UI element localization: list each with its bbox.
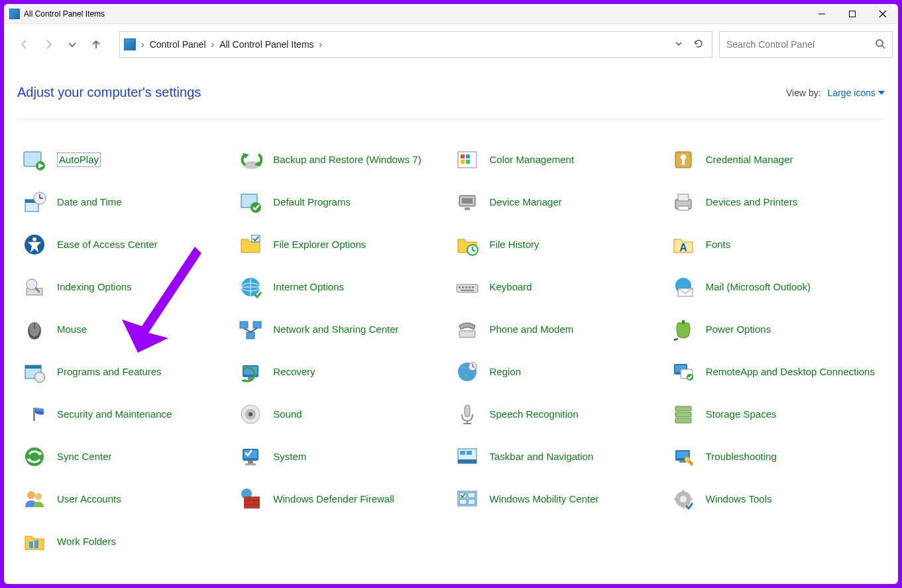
svg-line-59 bbox=[251, 328, 257, 332]
svg-rect-99 bbox=[467, 451, 472, 455]
svg-point-82 bbox=[249, 412, 253, 416]
control-panel-item[interactable]: Taskbar and Navigation bbox=[454, 440, 665, 473]
view-by-dropdown[interactable]: Large icons bbox=[828, 88, 885, 98]
control-panel-item[interactable]: Credential Manager bbox=[670, 143, 881, 176]
svg-point-104 bbox=[27, 491, 35, 499]
control-panel-item[interactable]: Storage Spaces bbox=[670, 398, 881, 431]
control-panel-item[interactable]: Speech Recognition bbox=[454, 398, 665, 431]
control-panel-item[interactable]: Sound bbox=[237, 398, 448, 431]
forward-button[interactable] bbox=[40, 36, 57, 53]
speech-icon bbox=[454, 401, 480, 428]
tools-icon bbox=[670, 486, 697, 512]
back-button[interactable] bbox=[16, 36, 33, 53]
maximize-button[interactable] bbox=[837, 4, 868, 23]
control-panel-item[interactable]: Recovery bbox=[237, 355, 448, 388]
address-bar[interactable]: › Control Panel › All Control Panel Item… bbox=[119, 31, 712, 58]
item-label: AutoPlay bbox=[57, 152, 101, 168]
control-panel-item[interactable]: Work Folders bbox=[21, 525, 232, 558]
item-label: Recovery bbox=[273, 366, 315, 379]
control-panel-item[interactable]: Backup and Restore (Windows 7) bbox=[237, 143, 448, 176]
firewall-icon bbox=[237, 486, 264, 512]
search-placeholder: Search Control Panel bbox=[726, 39, 875, 50]
minimize-button[interactable] bbox=[807, 4, 837, 23]
keyboard-icon bbox=[454, 274, 480, 300]
taskbar-icon bbox=[454, 443, 480, 470]
item-label: Date and Time bbox=[57, 196, 122, 209]
control-panel-item[interactable]: Device Manager bbox=[454, 186, 665, 219]
recent-locations-button[interactable] bbox=[64, 36, 81, 53]
control-panel-item[interactable]: Color Management bbox=[454, 143, 665, 176]
control-panel-item[interactable]: Troubleshooting bbox=[670, 440, 881, 473]
control-panel-item[interactable]: Devices and Printers bbox=[670, 186, 881, 219]
internet-icon bbox=[237, 274, 264, 300]
svg-rect-35 bbox=[252, 235, 260, 242]
control-panel-item[interactable]: Mouse bbox=[21, 313, 232, 346]
users-icon bbox=[21, 486, 48, 512]
svg-point-34 bbox=[32, 237, 36, 241]
breadcrumb-root[interactable]: Control Panel bbox=[147, 39, 209, 50]
control-panel-item[interactable]: AFonts bbox=[670, 228, 881, 261]
control-panel-item[interactable]: Keyboard bbox=[454, 270, 665, 304]
item-label: User Accounts bbox=[57, 493, 121, 506]
chevron-right-icon: › bbox=[317, 39, 325, 50]
autoplay-icon bbox=[21, 147, 48, 173]
close-button[interactable] bbox=[868, 4, 898, 23]
item-label: Windows Defender Firewall bbox=[273, 493, 394, 506]
control-panel-item[interactable]: File Explorer Options bbox=[237, 228, 448, 261]
item-label: Network and Sharing Center bbox=[273, 323, 398, 336]
item-label: Fonts bbox=[706, 239, 731, 251]
control-panel-item[interactable]: Region bbox=[454, 355, 665, 388]
control-panel-item[interactable]: Internet Options bbox=[237, 270, 448, 304]
backup-icon bbox=[237, 147, 264, 173]
control-panel-item[interactable]: User Accounts bbox=[21, 483, 232, 516]
svg-rect-19 bbox=[682, 158, 685, 165]
svg-rect-107 bbox=[244, 497, 260, 508]
control-panel-item[interactable]: RemoteApp and Desktop Connections bbox=[670, 355, 881, 388]
item-label: Mouse bbox=[57, 323, 87, 336]
svg-rect-116 bbox=[468, 499, 475, 504]
file-history-icon bbox=[454, 231, 480, 258]
control-panel-item[interactable]: Indexing Options bbox=[21, 270, 232, 304]
control-panel-item[interactable]: Ease of Access Center bbox=[21, 228, 232, 261]
sync-icon bbox=[21, 443, 48, 470]
item-label: Mail (Microsoft Outlook) bbox=[706, 281, 811, 294]
up-button[interactable] bbox=[87, 36, 105, 53]
content-area: Adjust your computer's settings View by:… bbox=[4, 65, 898, 584]
svg-rect-115 bbox=[459, 499, 467, 504]
view-by-value: Large icons bbox=[828, 88, 875, 98]
control-panel-item[interactable]: File History bbox=[454, 228, 665, 261]
svg-rect-44 bbox=[459, 286, 461, 288]
search-box[interactable]: Search Control Panel bbox=[719, 31, 893, 58]
item-label: Speech Recognition bbox=[490, 408, 579, 421]
control-panel-item[interactable]: Date and Time bbox=[21, 186, 232, 219]
refresh-button[interactable] bbox=[693, 38, 704, 51]
control-panel-item[interactable]: Windows Mobility Center bbox=[454, 483, 665, 516]
control-panel-item[interactable]: Network and Sharing Center bbox=[237, 313, 448, 346]
breadcrumb-current[interactable]: All Control Panel Items bbox=[217, 39, 316, 50]
control-panel-item[interactable]: System bbox=[237, 440, 448, 473]
address-dropdown-button[interactable] bbox=[675, 39, 683, 50]
devices-printers-icon bbox=[670, 189, 697, 215]
mail-icon bbox=[670, 274, 697, 300]
control-panel-item[interactable]: Default Programs bbox=[237, 186, 448, 219]
security-icon bbox=[21, 401, 48, 428]
svg-rect-97 bbox=[458, 459, 477, 463]
window-title: All Control Panel Items bbox=[24, 9, 105, 19]
window-controls bbox=[807, 4, 898, 23]
control-panel-item[interactable]: Phone and Modem bbox=[454, 313, 665, 346]
svg-rect-95 bbox=[245, 463, 256, 465]
control-panel-item[interactable]: Windows Tools bbox=[670, 483, 881, 516]
control-panel-item[interactable]: AutoPlay bbox=[21, 143, 232, 176]
item-label: Region bbox=[490, 366, 522, 379]
storage-icon bbox=[670, 401, 697, 428]
item-label: Phone and Modem bbox=[490, 323, 574, 336]
control-panel-item[interactable]: Security and Maintenance bbox=[21, 398, 232, 431]
fonts-icon: A bbox=[670, 231, 697, 258]
svg-rect-88 bbox=[675, 418, 691, 423]
svg-point-103 bbox=[685, 457, 690, 462]
control-panel-item[interactable]: Power Options bbox=[670, 313, 881, 346]
control-panel-item[interactable]: Mail (Microsoft Outlook) bbox=[670, 270, 881, 304]
control-panel-item[interactable]: Sync Center bbox=[21, 440, 232, 473]
control-panel-item[interactable]: Windows Defender Firewall bbox=[237, 483, 448, 516]
control-panel-item[interactable]: Programs and Features bbox=[21, 355, 232, 388]
